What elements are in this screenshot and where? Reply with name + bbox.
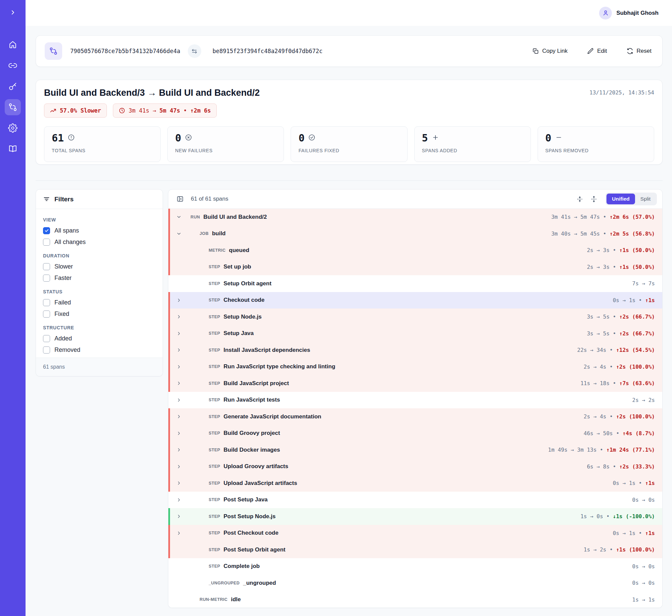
chevron-right-icon[interactable] — [173, 381, 184, 386]
span-row[interactable]: STEP Build JavaScript project 11s → 18s … — [168, 375, 662, 392]
collapse-panel-button[interactable] — [174, 193, 186, 205]
chevron-right-icon[interactable] — [173, 331, 184, 336]
swap-runs-button[interactable] — [188, 44, 201, 58]
span-row[interactable]: STEP Build Groovy project 46s → 50s • ↑4… — [168, 425, 662, 442]
span-row[interactable]: STEP Post Setup Java 0s → 0s — [168, 492, 662, 508]
filter-option[interactable]: Faster — [43, 272, 156, 284]
reset-button[interactable]: Reset — [625, 47, 654, 55]
chevron-down-icon[interactable] — [173, 231, 184, 236]
span-row[interactable]: STEP Run JavaScript tests 2s → 2s — [168, 392, 662, 409]
span-row[interactable]: STEP Set up job 2s → 3s • ↑1s (50.0%) — [168, 259, 662, 276]
filter-option[interactable]: Failed — [43, 297, 156, 308]
span-row[interactable]: RUN Build UI and Backend/2 3m 41s → 5m 4… — [168, 209, 662, 225]
span-row[interactable]: STEP Post Setup Node.js 1s → 0s • ↓1s (-… — [168, 508, 662, 525]
span-row[interactable]: METRIC queued 2s → 3s • ↑1s (50.0%) — [168, 242, 662, 259]
checkbox[interactable] — [43, 311, 50, 318]
span-row[interactable]: STEP Install JavaScript dependencies 22s… — [168, 342, 662, 359]
filter-option[interactable]: All spans — [43, 225, 156, 236]
checkbox[interactable] — [43, 299, 50, 306]
chevron-right-icon[interactable] — [173, 514, 184, 519]
span-duration: 46s → 50s • ↑4s (8.7%) — [584, 430, 655, 437]
span-name: Upload Groovy artifacts — [223, 463, 288, 470]
filter-option[interactable]: Added — [43, 333, 156, 344]
checkbox[interactable] — [43, 346, 50, 354]
span-duration: 0s → 1s • ↑1s — [613, 480, 655, 486]
span-row[interactable]: STEP Post Checkout code 0s → 1s • ↑1s — [168, 525, 662, 542]
chevron-right-icon[interactable] — [173, 464, 184, 469]
span-duration: 2s → 4s • ↑2s (100.0%) — [584, 364, 655, 370]
checkbox[interactable] — [43, 275, 50, 282]
filter-option-label: Added — [54, 335, 72, 342]
sidebar-item-home[interactable] — [5, 37, 21, 53]
checkbox[interactable] — [43, 263, 50, 270]
chevron-right-icon[interactable] — [173, 364, 184, 369]
span-row[interactable]: STEP Checkout code 0s → 1s • ↑1s — [168, 292, 662, 309]
span-name: Generate JavaScript documentation — [223, 413, 321, 420]
split-view-button[interactable]: Split — [635, 194, 656, 204]
span-name: Build JavaScript project — [223, 380, 289, 387]
chevron-right-icon[interactable] — [173, 298, 184, 303]
filter-option[interactable]: Fixed — [43, 308, 156, 320]
chevron-right-icon[interactable] — [173, 431, 184, 436]
span-duration: 2s → 2s — [632, 397, 655, 403]
filter-option[interactable]: Removed — [43, 344, 156, 356]
filter-option-label: Removed — [54, 346, 80, 354]
chevron-right-icon[interactable] — [173, 398, 184, 403]
sidebar-item-links[interactable] — [5, 57, 21, 74]
chevron-right-icon[interactable] — [173, 347, 184, 353]
checkbox[interactable] — [43, 335, 50, 342]
swap-icon — [191, 48, 198, 54]
span-row[interactable]: STEP Setup Node.js 3s → 5s • ↑2s (66.7%) — [168, 309, 662, 325]
chevron-right-icon[interactable] — [173, 314, 184, 319]
span-row[interactable]: STEP Setup Java 3s → 5s • ↑2s (66.7%) — [168, 325, 662, 342]
expand-all-button[interactable] — [588, 193, 599, 205]
span-row[interactable]: STEP Complete job 0s → 0s — [168, 558, 662, 575]
refresh-icon — [627, 48, 633, 54]
span-name: Checkout code — [223, 297, 264, 303]
span-row[interactable]: STEP Generate JavaScript documentation 2… — [168, 408, 662, 425]
span-row[interactable]: STEP Post Setup Orbit agent 1s → 2s • ↑1… — [168, 541, 662, 558]
edit-button[interactable]: Edit — [585, 47, 609, 55]
span-row[interactable]: RUN-METRIC idle 1s → 1s — [168, 591, 662, 608]
chevron-right-icon[interactable] — [173, 497, 184, 502]
span-name: idle — [231, 596, 241, 603]
span-row[interactable]: STEP Build Docker images 1m 49s → 3m 13s… — [168, 442, 662, 458]
section-divider — [36, 180, 663, 181]
chevron-right-icon[interactable] — [173, 481, 184, 486]
span-duration: 6s → 8s • ↑2s (33.3%) — [587, 463, 655, 470]
span-row[interactable]: STEP Run JavaScript type checking and li… — [168, 359, 662, 375]
collapse-all-button[interactable] — [574, 193, 585, 205]
checkbox[interactable] — [43, 239, 50, 246]
chevron-right-icon[interactable] — [173, 531, 184, 536]
page-title: Build UI and Backend/3 → Build UI and Ba… — [44, 87, 260, 98]
head-run-id: be8915f23f394fc48a249f0d47db672c — [213, 48, 323, 54]
sidebar-item-settings[interactable] — [5, 120, 21, 136]
user-menu[interactable]: Subhajit Ghosh — [599, 7, 659, 19]
filter-option[interactable]: All changes — [43, 236, 156, 248]
copy-link-button[interactable]: Copy Link — [530, 47, 570, 55]
span-type-label: STEP — [209, 264, 220, 269]
sidebar-expand-button[interactable] — [8, 8, 17, 18]
span-rows: RUN Build UI and Backend/2 3m 41s → 5m 4… — [168, 209, 662, 608]
span-row[interactable]: STEP Setup Orbit agent 7s → 7s — [168, 275, 662, 292]
check-circle-icon — [308, 134, 316, 141]
sidebar-item-compare[interactable] — [5, 99, 21, 115]
checkbox[interactable] — [43, 227, 50, 234]
status-strip — [168, 309, 170, 325]
span-row[interactable]: _UNGROUPED _ungrouped 0s → 0s — [168, 575, 662, 591]
span-row[interactable]: STEP Upload JavaScript artifacts 0s → 1s… — [168, 475, 662, 492]
chevron-right-icon[interactable] — [173, 447, 184, 452]
duration-before: 3m 41s — [129, 107, 149, 114]
stat-card: 0 NEW FAILURES — [167, 126, 284, 162]
sidebar-item-keys[interactable] — [5, 78, 21, 94]
unified-view-button[interactable]: Unified — [606, 194, 635, 204]
chevron-right-icon[interactable] — [173, 414, 184, 419]
span-row[interactable]: STEP Upload Groovy artifacts 6s → 8s • ↑… — [168, 458, 662, 475]
filter-option[interactable]: Slower — [43, 261, 156, 272]
sidebar-item-docs[interactable] — [5, 141, 21, 157]
span-row[interactable]: JOB build 3m 40s → 5m 45s • ↑2m 5s (56.8… — [168, 225, 662, 242]
filter-group-title: VIEW — [43, 217, 156, 222]
chevron-down-icon[interactable] — [173, 214, 184, 219]
status-strip — [168, 275, 170, 292]
span-type-label: STEP — [209, 531, 220, 535]
